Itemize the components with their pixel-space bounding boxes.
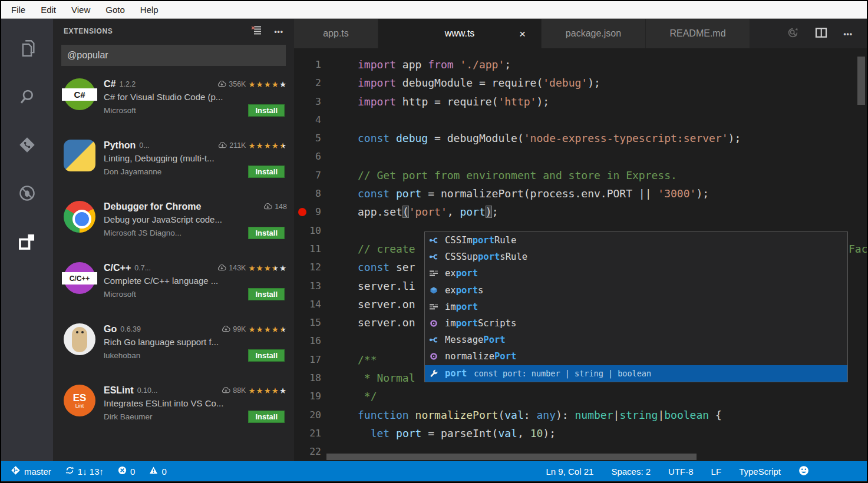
tab-README.md[interactable]: README.md [646,19,750,48]
install-button[interactable]: Install [248,288,285,300]
clear-extensions-filter-icon[interactable] [251,25,262,38]
tab-label: www.ts [445,28,475,39]
tab-app.ts[interactable]: app.ts [294,19,378,48]
go-logo-icon [64,323,95,355]
status-eol[interactable]: LF [711,467,722,477]
line-number: 11 [294,240,321,258]
menu-goto[interactable]: Goto [98,5,133,15]
extension-description: C# for Visual Studio Code (p... [104,92,287,102]
code-line: 7// Get port from environment and store … [294,166,867,184]
close-tab-icon[interactable]: × [519,28,526,39]
class-icon [429,236,442,245]
suggestion-importScripts[interactable]: importScripts [425,315,847,332]
extension-version: 0.6.39 [120,325,141,333]
tab-www.ts[interactable]: www.ts× [378,19,542,48]
suggestion-export[interactable]: export [425,265,847,282]
debug-icon [18,184,37,205]
install-button[interactable]: Install [248,227,285,239]
suggestion-normalizePort[interactable]: normalizePort [425,348,847,365]
install-button[interactable]: Install [248,104,285,117]
extension-item-eslint[interactable]: ESLint ESLint 0.10... 88K ★★★★★ Integrat… [53,381,294,442]
status-encoding[interactable]: UTF-8 [668,467,694,477]
split-editor-icon[interactable] [815,27,827,41]
activity-source-control[interactable] [16,135,38,157]
activity-search[interactable] [16,87,38,108]
more-editor-actions-icon[interactable] [843,28,853,39]
line-number: 4 [294,111,321,129]
vertical-scrollbar[interactable] [857,57,865,105]
install-button[interactable]: Install [248,166,285,178]
menu-view[interactable]: View [64,5,98,15]
line-number: 19 [294,387,321,405]
status-language[interactable]: TypeScript [739,467,781,477]
code-line: 20function normalizePort(val: any): numb… [294,406,867,424]
status-cursor-position[interactable]: Ln 9, Col 21 [546,467,594,477]
code-editor[interactable]: 1import app from './app';2import debugMo… [294,48,867,461]
workbench: EXTENSIONS C# C# 1.2.2 356K ★★★★★ [1,19,867,461]
star-icon: ★ [256,264,264,273]
suggestion-detail: const port: number | string | boolean [474,369,651,378]
sidebar-header: EXTENSIONS [53,19,294,44]
line-number: 22 [294,442,321,461]
activity-extensions[interactable] [16,232,38,253]
extension-name: ESLint [104,385,134,396]
star-icon: ★ [264,325,272,334]
line-number: 15 [294,313,321,332]
star-icon: ★ [272,386,279,395]
extensions-list: C# C# 1.2.2 356K ★★★★★ C# for Visual Stu… [53,66,294,442]
code-line: 4 [294,111,867,129]
menu-edit[interactable]: Edit [33,5,64,15]
extension-description: Complete C/C++ language ... [104,276,287,286]
tab-package.json[interactable]: package.json [542,19,646,48]
extension-description: Rich Go language support f... [104,337,287,347]
extension-item-c-c-[interactable]: C/C++ C/C++ 0.7... 143K ★★★★★ Complete C… [53,259,294,320]
rating-stars: ★★★★★ [248,263,287,273]
suggestion-port[interactable]: port const port: number | string | boole… [425,365,847,382]
extension-version: 0.10... [137,386,158,395]
line-number: 20 [294,406,321,424]
menubar: FileEditViewGotoHelp [1,1,867,19]
suggestion-MessagePort[interactable]: MessagePort [425,332,847,348]
error-icon [118,466,127,477]
menu-help[interactable]: Help [133,5,166,15]
keyword-icon [429,269,442,278]
wrench-icon [429,369,442,378]
code-line: 9app.set('port', port); [294,203,867,221]
code-line: 5const debug = debugModule('node-express… [294,129,867,147]
horizontal-scrollbar[interactable] [326,454,697,460]
suggestion-CSSSupportsRule[interactable]: CSSSupportsRule [425,249,847,265]
status-indentation[interactable]: Spaces: 2 [611,467,651,477]
download-count: 211K [229,141,246,150]
files-icon [17,38,37,61]
extensions-sidebar: EXTENSIONS C# C# 1.2.2 356K ★★★★★ [53,19,294,461]
install-button[interactable]: Install [248,411,285,423]
open-preview-icon[interactable] [787,27,799,41]
status-warning[interactable]: 0 [149,465,166,477]
activity-debug[interactable] [16,184,38,205]
extension-item-python[interactable]: Python 0... 211K ★★★★★ Linting, Debuggin… [53,136,294,197]
status-sync[interactable]: 1↓ 13↑ [65,465,104,477]
extensions-search-input[interactable] [61,45,286,66]
feedback-smiley-icon[interactable] [798,465,809,478]
extension-item-c-[interactable]: C# C# 1.2.2 356K ★★★★★ C# for Visual Stu… [53,75,294,136]
extension-item-debugger-for-chrome[interactable]: Debugger for Chrome 148 Debug your JavaS… [53,197,294,259]
suggestion-exports[interactable]: exports [425,282,847,299]
more-actions-icon[interactable] [274,26,283,37]
suggestion-CSSImportRule[interactable]: CSSImportRule [425,232,847,249]
extension-name: C# [104,79,115,90]
status-git-branch[interactable]: master [11,465,51,477]
extension-item-go[interactable]: Go 0.6.39 99K ★★★★★ Rich Go language sup… [53,320,294,381]
status-right: Ln 9, Col 21Spaces: 2UTF-8LFTypeScript [546,465,867,478]
install-button[interactable]: Install [248,349,285,362]
code-line: 21 let port = parseInt(val, 10); [294,424,867,442]
activity-explorer[interactable] [16,39,38,60]
menu-file[interactable]: File [4,5,33,15]
suggest-widget: CSSImportRule CSSSupportsRule export exp… [424,231,848,382]
cpp-logo-icon: C/C++ [64,262,95,294]
chrome-logo-icon [64,201,95,233]
status-bar: master1↓ 13↑00 Ln 9, Col 21Spaces: 2UTF-… [1,461,867,481]
suggestion-import[interactable]: import [425,299,847,315]
extension-name: C/C++ [104,263,131,273]
status-error[interactable]: 0 [118,465,135,477]
download-cloud-icon [218,140,227,151]
